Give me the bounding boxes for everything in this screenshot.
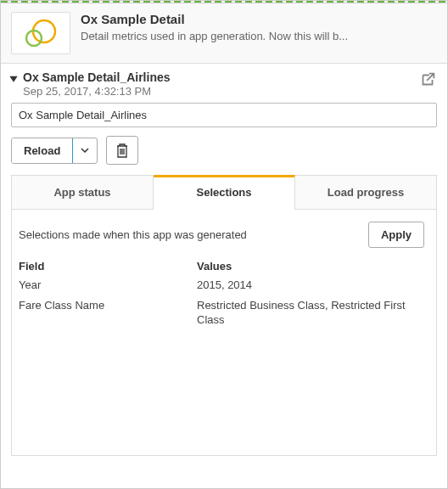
tab-selections[interactable]: Selections xyxy=(154,175,295,209)
apply-button[interactable]: Apply xyxy=(368,222,424,248)
values-cell: Restricted Business Class, Restricted Fi… xyxy=(197,298,424,328)
field-cell: Fare Class Name xyxy=(19,298,197,328)
field-column-header: Field xyxy=(19,260,197,273)
app-description: Detail metrics used in app generation. N… xyxy=(81,30,437,42)
rings-icon xyxy=(22,16,59,50)
tab-app-status[interactable]: App status xyxy=(12,176,154,209)
detail-header: Ox Sample Detail_Airlines Sep 25, 2017, … xyxy=(1,64,447,99)
table-row: Fare Class Name Restricted Business Clas… xyxy=(19,298,424,328)
app-title: Ox Sample Detail xyxy=(81,12,437,26)
delete-button[interactable] xyxy=(106,136,138,165)
tab-load-progress[interactable]: Load progress xyxy=(295,176,436,209)
values-column-header: Values xyxy=(197,260,424,273)
reload-dropdown-button[interactable] xyxy=(72,138,98,164)
collapse-arrow-icon[interactable] xyxy=(8,72,20,84)
trash-icon xyxy=(115,143,129,158)
reload-button[interactable]: Reload xyxy=(12,138,73,163)
reload-split-button: Reload xyxy=(11,138,98,164)
tab-content: Selections made when this app was genera… xyxy=(11,210,437,456)
chevron-down-icon xyxy=(81,148,89,153)
toolbar: Reload xyxy=(1,136,447,175)
popout-icon[interactable] xyxy=(418,70,437,89)
field-cell: Year xyxy=(19,278,197,293)
table-row: Year 2015, 2014 xyxy=(19,278,424,293)
app-header: Ox Sample Detail Detail metrics used in … xyxy=(1,3,447,64)
values-cell: 2015, 2014 xyxy=(197,278,424,293)
selections-table-header: Field Values xyxy=(19,260,424,273)
selections-description: Selections made when this app was genera… xyxy=(19,228,247,241)
tab-bar: App status Selections Load progress xyxy=(11,175,437,210)
generated-timestamp: Sep 25, 2017, 4:32:13 PM xyxy=(23,85,412,98)
app-thumbnail xyxy=(11,12,70,54)
app-name-input[interactable] xyxy=(11,103,437,127)
generated-app-name: Ox Sample Detail_Airlines xyxy=(23,70,412,84)
